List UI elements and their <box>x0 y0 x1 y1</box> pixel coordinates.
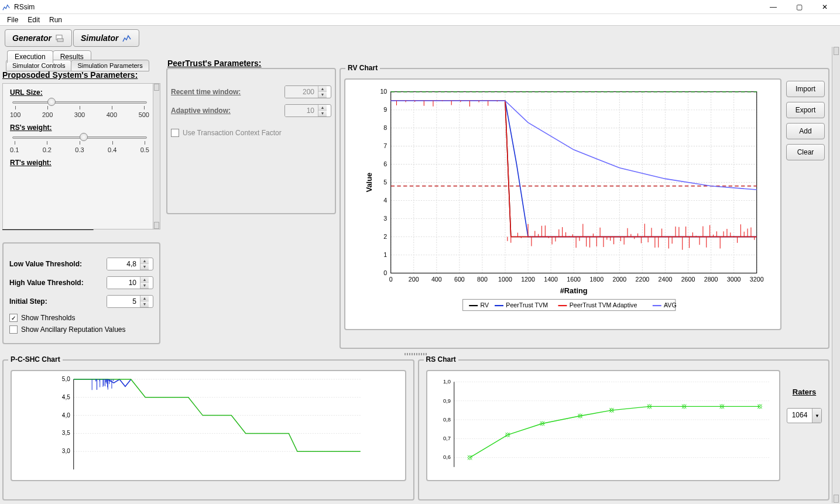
svg-text:0,6: 0,6 <box>443 454 450 461</box>
tab-simulator-label: Simulator <box>81 33 119 43</box>
add-button[interactable]: Add <box>786 123 825 139</box>
menu-file[interactable]: File <box>2 15 23 25</box>
adaptive-window-spinner[interactable]: ▲▼ <box>284 104 331 117</box>
chevron-down-icon[interactable]: ▼ <box>812 409 821 423</box>
svg-rect-1 <box>57 39 63 42</box>
url-size-thumb[interactable] <box>47 98 56 106</box>
svg-text:1,0: 1,0 <box>443 378 450 385</box>
svg-text:3: 3 <box>383 215 387 222</box>
high-threshold-spinner[interactable]: ▲▼ <box>107 276 153 289</box>
high-threshold-input[interactable] <box>107 277 140 289</box>
svg-text:1600: 1600 <box>567 276 581 283</box>
rs-chart-svg: 0,60,70,80,91,0 <box>432 376 775 475</box>
adaptive-window-label: Adaptive window: <box>171 107 279 115</box>
rs-weight-thumb[interactable] <box>80 133 88 141</box>
tab-simulator[interactable]: Simulator <box>73 29 139 47</box>
title-bar: RSsim — ▢ ✕ <box>0 0 840 14</box>
menu-bar: File Edit Run <box>0 14 840 26</box>
initial-step-spinner[interactable]: ▲▼ <box>107 295 153 308</box>
svg-text:5,0: 5,0 <box>62 376 70 382</box>
low-threshold-label: Low Value Threshold: <box>9 260 101 268</box>
svg-text:8: 8 <box>383 124 387 131</box>
import-button[interactable]: Import <box>786 81 825 97</box>
low-threshold-input[interactable] <box>107 258 140 270</box>
tool-tabs-row: Generator Simulator <box>0 26 840 47</box>
subtab-execution[interactable]: Execution <box>7 50 53 63</box>
svg-text:0,8: 0,8 <box>443 416 450 423</box>
spinner-up-icon[interactable]: ▲ <box>140 258 149 264</box>
adaptive-window-input[interactable] <box>285 105 318 116</box>
svg-text:1400: 1400 <box>544 276 558 283</box>
svg-text:5: 5 <box>383 179 387 186</box>
rs-chart-area: 0,60,70,80,91,0 <box>426 370 781 481</box>
tab-generator[interactable]: Generator <box>5 29 72 47</box>
svg-text:0,7: 0,7 <box>443 435 450 441</box>
inner-tab-params[interactable]: Simulation Parameters <box>71 60 149 71</box>
svg-text:3200: 3200 <box>750 276 764 283</box>
spinner-down-icon[interactable]: ▼ <box>140 301 149 307</box>
rv-chart-title: RV Chart <box>345 64 380 72</box>
use-context-label: Use Transaction Context Factor <box>183 129 282 137</box>
raters-select[interactable]: 1064 ▼ <box>787 408 822 423</box>
raters-value: 1064 <box>787 409 812 423</box>
svg-text:800: 800 <box>477 276 488 283</box>
spinner-down-icon[interactable]: ▼ <box>140 283 149 289</box>
recent-window-spinner[interactable]: ▲▼ <box>284 85 331 98</box>
low-threshold-spinner[interactable]: ▲▼ <box>107 258 153 270</box>
use-context-checkbox[interactable] <box>171 129 179 137</box>
spinner-up-icon[interactable]: ▲ <box>140 277 149 283</box>
svg-text:3,0: 3,0 <box>62 448 70 454</box>
spinner-down-icon[interactable]: ▼ <box>318 92 327 98</box>
show-ancillary-checkbox[interactable] <box>9 325 18 334</box>
svg-text:AVG: AVG <box>664 301 677 308</box>
menu-edit[interactable]: Edit <box>23 15 44 25</box>
maximize-button[interactable]: ▢ <box>786 1 812 13</box>
show-ancillary-label: Show Ancillary Reputation Values <box>21 325 126 334</box>
svg-text:0: 0 <box>383 269 387 276</box>
eval-panel: Low Value Threshold: ▲▼ High Value Thres… <box>2 242 160 344</box>
split-grip[interactable] <box>2 352 829 356</box>
proposed-scrollbar[interactable] <box>153 84 160 229</box>
recent-window-label: Recent time window: <box>171 88 279 96</box>
spinner-down-icon[interactable]: ▼ <box>140 264 149 270</box>
svg-text:6: 6 <box>383 160 387 167</box>
peertrust-panel: PeerTrust's Parameters: Recent time wind… <box>166 68 336 214</box>
initial-step-label: Initial Step: <box>9 297 101 306</box>
menu-run[interactable]: Run <box>44 15 67 25</box>
pcshc-chart-title: P-C-SHC Chart <box>8 355 63 364</box>
svg-text:RV: RV <box>480 301 489 308</box>
rv-chart-svg: 0200400600800100012001400160018002000220… <box>351 85 774 323</box>
close-button[interactable]: ✕ <box>812 1 838 13</box>
svg-text:1200: 1200 <box>521 276 535 283</box>
svg-text:3000: 3000 <box>727 276 741 283</box>
initial-step-input[interactable] <box>107 296 140 307</box>
svg-text:10: 10 <box>380 88 387 95</box>
raters-label: Raters <box>793 388 816 396</box>
svg-text:1: 1 <box>383 251 387 258</box>
rv-chart-area: 0200400600800100012001400160018002000220… <box>344 78 781 330</box>
svg-text:9: 9 <box>383 106 387 113</box>
svg-text:3,5: 3,5 <box>62 430 70 436</box>
spinner-up-icon[interactable]: ▲ <box>318 86 327 92</box>
app-icon <box>2 3 11 11</box>
main-scrollbar[interactable] <box>832 47 840 503</box>
spinner-up-icon[interactable]: ▲ <box>140 296 149 301</box>
rs-chart-title: RS Chart <box>424 355 458 364</box>
url-size-label: URL Size: <box>10 88 149 97</box>
show-thresholds-checkbox[interactable] <box>9 314 18 322</box>
recent-window-input[interactable] <box>285 86 318 98</box>
svg-text:0: 0 <box>389 276 393 283</box>
rv-chart-panel: RV Chart 0200400600800100012001400160018… <box>340 68 829 349</box>
pcshc-chart-svg: 3,03,54,04,55,0 <box>16 376 400 475</box>
spinner-down-icon[interactable]: ▼ <box>318 111 327 116</box>
export-button[interactable]: Export <box>786 102 825 118</box>
spinner-up-icon[interactable]: ▲ <box>318 105 327 111</box>
clear-button[interactable]: Clear <box>786 144 825 160</box>
svg-text:200: 200 <box>409 276 419 283</box>
svg-text:2: 2 <box>383 233 387 240</box>
tab-generator-label: Generator <box>12 33 52 43</box>
svg-text:2200: 2200 <box>636 276 650 283</box>
minimize-button[interactable]: — <box>760 1 786 13</box>
window-title: RSsim <box>14 3 35 11</box>
proposed-title: Proposoded System's Parameters: <box>2 70 160 80</box>
